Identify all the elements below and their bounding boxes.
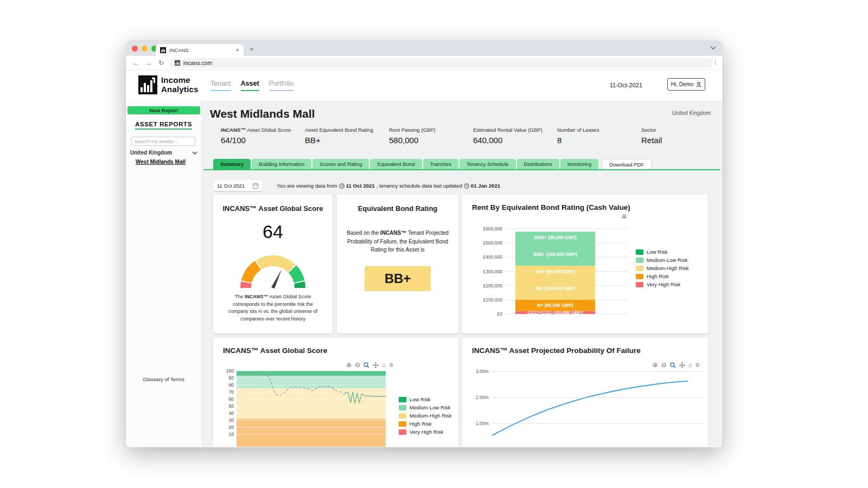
svg-text:£600,000: £600,000 <box>483 226 503 232</box>
glossary-link[interactable]: Glossary of Terms <box>126 376 201 382</box>
svg-text:£100,000: £100,000 <box>483 297 503 303</box>
legend-label: Low Risk <box>410 396 431 402</box>
legend-chip <box>399 413 406 419</box>
address-bar[interactable]: incans.com <box>169 58 713 68</box>
report-date-picker[interactable]: 11 Oct 2021 <box>213 180 262 191</box>
stat-label: Number of Leases <box>557 127 634 134</box>
stat-column: Asset Equivalent Bond RatingBB+ <box>305 127 389 145</box>
legend-item: Medium-Low Risk <box>636 257 689 263</box>
svg-text:60: 60 <box>229 396 234 402</box>
svg-text:80: 80 <box>229 382 234 388</box>
tab-summary[interactable]: Summary <box>213 159 251 169</box>
legend-label: Medium-High Risk <box>410 413 452 419</box>
risk-legend: Low RiskMedium-Low RiskMedium-High RiskH… <box>636 249 689 287</box>
nav-tenant[interactable]: Tenant <box>210 80 231 91</box>
tab-scores-and-rating[interactable]: Scores and Rating <box>312 159 369 169</box>
tab-overview-chevron-icon[interactable] <box>710 46 716 50</box>
tab-equivalent-bond[interactable]: Equivalent Bond <box>370 159 422 169</box>
legend-chip <box>636 274 643 279</box>
gauge-score-value: 64 <box>213 221 333 242</box>
browser-window: INCANS × + ← → ↻ incans.com ⋮ <box>126 41 723 447</box>
legend-item: Medium-High Risk <box>399 413 452 419</box>
page-region: United Kingdom <box>672 110 711 116</box>
tab-tenancy-schedule[interactable]: Tenancy Schedule <box>459 159 516 169</box>
stat-value: Retail <box>641 136 718 145</box>
tab-download-pdf[interactable]: Download PDF <box>602 159 652 169</box>
legend-item: Very High Risk <box>399 429 452 435</box>
viewing-data-note: You are viewing data from 11 Oct 2021 , … <box>277 183 500 189</box>
svg-text:B+ (80,000 GBP): B+ (80,000 GBP) <box>538 303 573 308</box>
legend-chip <box>399 429 406 435</box>
svg-text:50: 50 <box>229 403 234 409</box>
main-content: West Midlands Mall United Kingdom INCANS… <box>202 101 723 447</box>
new-tab-button[interactable]: + <box>250 45 254 53</box>
browser-tab[interactable]: INCANS × <box>156 44 244 56</box>
income-analytics-logo[interactable]: IncomeAnalytics <box>138 75 199 94</box>
stat-column: Rent Passing (GBP)580,000 <box>389 127 473 145</box>
back-icon[interactable]: ← <box>132 59 139 67</box>
tab-building-information[interactable]: Building Information <box>252 159 311 169</box>
nav-portfolio[interactable]: Portfolio <box>269 80 294 91</box>
stat-label: Estimated Rental Value (GBP) <box>473 127 550 134</box>
stat-value: BB+ <box>305 136 381 145</box>
page-title: West Midlands Mall <box>210 107 315 120</box>
legend-label: Low Risk <box>647 249 668 255</box>
svg-text:BBB+ (80,000 GBP): BBB+ (80,000 GBP) <box>534 235 576 240</box>
forward-icon[interactable]: → <box>145 59 152 67</box>
url-text: incans.com <box>183 60 212 66</box>
svg-text:BBB- (160,000 GBP): BBB- (160,000 GBP) <box>533 252 577 257</box>
legend-label: High Risk <box>410 421 432 427</box>
tab-monitoring[interactable]: Monitoring <box>560 159 598 169</box>
svg-text:£300,000: £300,000 <box>483 269 503 274</box>
stat-column: Estimated Rental Value (GBP)640,000 <box>473 127 557 145</box>
svg-text:2.00%: 2.00% <box>476 395 489 400</box>
reload-icon[interactable]: ↻ <box>158 59 164 67</box>
report-tabs: SummaryBuilding InformationScores and Ra… <box>213 159 652 169</box>
failure-probability-chart: 3.00%2.00%1.00% <box>462 338 708 447</box>
person-icon <box>696 82 701 87</box>
nav-asset[interactable]: Asset <box>241 80 259 91</box>
legend-label: High Risk <box>647 273 669 279</box>
browser-toolbar: ← → ↻ incans.com ⋮ <box>126 56 723 70</box>
risk-legend: Low RiskMedium-Low RiskMedium-High RiskH… <box>399 396 452 435</box>
legend-item: Medium-Low Risk <box>399 404 452 410</box>
legend-chip <box>399 397 406 402</box>
tab-close-icon[interactable]: × <box>236 47 239 53</box>
legend-item: Low Risk <box>399 396 452 402</box>
browser-menu-icon[interactable]: ⋮ <box>712 59 718 66</box>
legend-item: Low Risk <box>636 249 689 255</box>
user-menu-button[interactable]: Hi, Demo <box>667 78 705 91</box>
svg-text:£0: £0 <box>497 311 503 317</box>
sidebar-asset-link[interactable]: West Midlands Mall <box>136 159 186 165</box>
site-favicon <box>160 47 166 53</box>
legend-label: Very High Risk <box>410 429 443 435</box>
bond-card-body: Based on the INCANS™ Tenant Projected Pr… <box>344 229 451 254</box>
calendar-icon <box>253 183 258 189</box>
legend-label: Very High Risk <box>647 281 680 287</box>
new-report-button[interactable]: New Report <box>127 106 200 114</box>
asset-search-input[interactable] <box>131 137 195 146</box>
window-minimize-button[interactable] <box>142 46 148 52</box>
current-date: 11-Oct-2021 <box>610 82 642 88</box>
gauge-description: The INCANS™ Asset Global Score correspon… <box>222 293 323 323</box>
legend-chip <box>636 266 643 271</box>
asset-reports-heading: ASSET REPORTS <box>126 121 201 127</box>
window-close-button[interactable] <box>132 46 138 52</box>
tab-tranches[interactable]: Tranches <box>423 159 458 169</box>
stat-label: Sector <box>641 127 718 134</box>
tab-distributions[interactable]: Distributions <box>517 159 559 169</box>
logo-icon <box>138 75 157 94</box>
legend-item: High Risk <box>636 273 689 279</box>
stat-value: 640,000 <box>473 136 550 145</box>
browser-tab-strip: INCANS × + <box>126 41 723 56</box>
country-select[interactable]: United Kingdom <box>130 150 197 156</box>
user-button-label: Hi, Demo <box>671 81 694 87</box>
legend-chip <box>636 258 643 263</box>
legend-chip <box>399 421 406 427</box>
legend-label: Medium-Low Risk <box>410 404 451 410</box>
asset-global-score-card: INCANS™ Asset Global Score 64 The INCANS… <box>213 195 333 333</box>
tab-title: INCANS <box>169 47 233 53</box>
score-gauge <box>229 243 316 291</box>
svg-text:70: 70 <box>229 389 234 395</box>
legend-label: Medium-Low Risk <box>647 257 688 263</box>
